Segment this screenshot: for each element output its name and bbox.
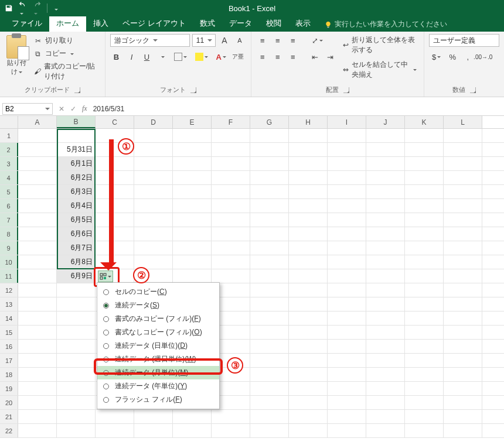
row-header[interactable]: 18 [0,368,18,381]
cell[interactable] [405,297,444,311]
cell[interactable] [173,143,212,156]
copy-button[interactable]: ⧉コピー [32,48,100,59]
cell[interactable] [250,312,289,325]
cell[interactable] [366,354,405,367]
col-E[interactable]: E [173,116,212,128]
col-J[interactable]: J [366,116,405,128]
cell[interactable]: 6月5日 [57,213,96,227]
cell[interactable] [444,312,482,325]
worksheet[interactable]: A B C D E F G H I J K L 125月31日36月1日46月2… [0,116,504,438]
cell[interactable] [250,255,289,269]
cell[interactable] [328,213,366,227]
bold-button[interactable]: B [110,50,123,63]
align-middle-icon[interactable]: ≡ [271,34,284,47]
cell[interactable] [366,213,405,227]
cell[interactable] [134,185,173,198]
cell[interactable] [405,157,444,170]
cell[interactable] [405,396,444,409]
cell[interactable] [444,213,482,227]
cell[interactable] [405,340,444,353]
row-header[interactable]: 20 [0,396,18,409]
cell[interactable] [328,283,366,297]
cell[interactable] [289,424,328,437]
cell[interactable] [444,382,482,395]
cell[interactable] [328,340,366,353]
cell[interactable] [444,297,482,311]
cell[interactable] [134,171,173,184]
cell[interactable] [250,213,289,227]
autofill-menu-item[interactable]: 連続データ(S) [97,299,219,312]
cell[interactable] [444,129,482,142]
cell[interactable] [212,410,250,423]
cell[interactable] [328,312,366,325]
cell[interactable] [134,157,173,170]
cell[interactable] [173,171,212,184]
cell[interactable] [444,354,482,367]
row-header[interactable]: 3 [0,157,18,170]
cell[interactable] [18,129,57,142]
cell[interactable] [405,185,444,198]
cell[interactable] [18,326,57,339]
paste-button[interactable]: 貼り付け [5,34,29,76]
font-dialog-launcher[interactable] [190,87,196,93]
cell[interactable] [96,410,134,423]
align-bottom-icon[interactable]: ≡ [287,34,299,47]
align-right-icon[interactable]: ≡ [287,50,299,63]
row-header[interactable]: 21 [0,410,18,423]
cell[interactable] [134,143,173,156]
cell[interactable] [328,424,366,437]
cell[interactable] [57,283,96,297]
cell[interactable] [250,157,289,170]
cell[interactable] [289,354,328,367]
fx-icon[interactable]: fx [82,104,87,113]
indent-increase-icon[interactable]: ⇥ [324,50,337,63]
cell[interactable] [366,297,405,311]
accounting-format-button[interactable]: $ [429,50,444,63]
number-dialog-launcher[interactable] [470,87,476,93]
cell[interactable] [444,340,482,353]
cell[interactable] [366,157,405,170]
alignment-dialog-launcher[interactable] [343,87,349,93]
percent-button[interactable]: % [446,50,459,63]
cell[interactable] [366,255,405,269]
cell[interactable] [18,340,57,353]
number-format-combo[interactable]: ユーザー定義 [429,34,499,47]
cell[interactable] [250,227,289,241]
fill-color-button[interactable] [192,50,211,63]
cell[interactable]: 6月7日 [57,241,96,255]
cell[interactable] [250,241,289,255]
cell[interactable] [328,382,366,395]
qat-customize-icon[interactable] [53,4,57,13]
cell[interactable] [405,424,444,437]
formula-content[interactable]: 2016/5/31 [93,105,124,113]
cell[interactable] [289,269,328,283]
cell[interactable] [212,213,250,227]
cell[interactable] [328,185,366,198]
cell[interactable] [289,283,328,297]
cell[interactable] [405,241,444,255]
redo-icon[interactable] [33,0,41,17]
cell[interactable] [405,171,444,184]
cell[interactable] [57,297,96,311]
cell[interactable] [57,340,96,353]
cell[interactable]: 6月4日 [57,199,96,213]
cell[interactable] [212,269,250,283]
cell[interactable] [250,199,289,213]
cell[interactable] [366,143,405,156]
cell[interactable] [366,410,405,423]
cell[interactable] [18,354,57,367]
cell[interactable] [444,410,482,423]
col-I[interactable]: I [328,116,366,128]
increase-decimal-icon[interactable]: .00→.0 [476,50,489,63]
cell[interactable] [18,382,57,395]
cancel-formula-icon[interactable]: ✕ [59,105,64,113]
cell[interactable] [250,171,289,184]
cell[interactable] [328,171,366,184]
cell[interactable] [444,396,482,409]
autofill-menu-item[interactable]: セルのコピー(C) [97,285,219,299]
cell[interactable] [18,269,57,283]
cell[interactable] [250,143,289,156]
cell[interactable] [18,199,57,213]
row-header[interactable]: 11 [0,269,18,283]
cell[interactable] [173,157,212,170]
